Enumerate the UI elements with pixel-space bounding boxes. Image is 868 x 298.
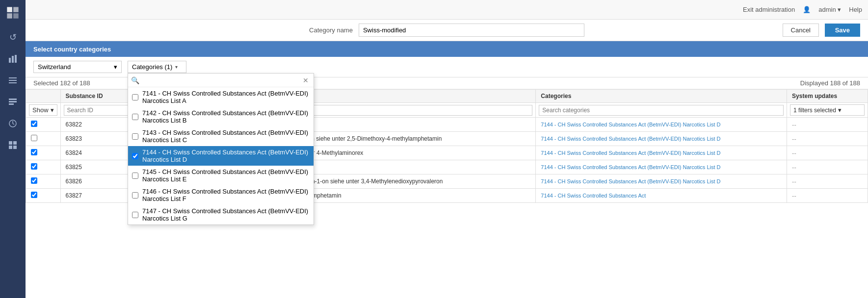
svg-rect-3 — [13, 13, 18, 18]
filters-selected-text: 1 filters selected — [793, 107, 836, 114]
dropdown-item-7146[interactable]: 7146 - CH Swiss Controlled Substances Ac… — [128, 185, 314, 205]
svg-rect-19 — [13, 146, 17, 149]
col-categories: Categories — [536, 90, 787, 103]
row-checkbox[interactable] — [31, 135, 37, 141]
dropdown-item-7145[interactable]: 7145 - CH Swiss Controlled Substances Ac… — [128, 166, 314, 185]
row-category: 7144 - CH Swiss Controlled Substances Ac… — [536, 189, 787, 203]
filter-dropdown-arrow: ▾ — [838, 106, 842, 114]
dropdown-search-input[interactable] — [141, 75, 299, 85]
svg-rect-10 — [9, 99, 17, 100]
search-categories-cell — [536, 103, 787, 118]
user-dropdown-arrow: ▾ — [838, 6, 841, 13]
row-update: -- — [787, 160, 868, 174]
show-label: Show — [32, 106, 49, 114]
category-bar: Category name Cancel Save — [26, 20, 868, 41]
user-dropdown[interactable]: admin ▾ — [818, 6, 841, 13]
sidebar-item-chart[interactable] — [3, 49, 23, 69]
dropdown-item-7142[interactable]: 7142 - CH Swiss Controlled Substances Ac… — [128, 107, 314, 126]
categories-btn-label: Categories (1) — [132, 63, 172, 71]
country-dropdown[interactable]: Switzerland ▾ — [33, 61, 122, 73]
dropdown-checkbox-7147[interactable] — [132, 212, 138, 218]
displayed-count: Displayed 188 of 188 — [800, 79, 860, 87]
svg-rect-6 — [15, 55, 17, 63]
help-link[interactable]: Help — [849, 6, 862, 13]
search-categories-input[interactable] — [539, 105, 784, 116]
categories-dropdown-panel: 🔍 ✕ 7141 - CH Swiss Controlled Substance… — [128, 73, 314, 225]
row-update: -- — [787, 174, 868, 189]
row-update: -- — [787, 146, 868, 160]
row-category: 7144 - CH Swiss Controlled Substances Ac… — [536, 160, 787, 174]
sidebar-logo[interactable] — [4, 4, 22, 22]
svg-rect-7 — [9, 77, 17, 78]
row-category: 7144 - CH Swiss Controlled Substances Ac… — [536, 132, 787, 146]
dropdown-checkbox-7141[interactable] — [132, 94, 138, 100]
svg-line-15 — [13, 124, 14, 124]
sidebar-item-clock[interactable] — [3, 114, 23, 133]
dropdown-item-7141[interactable]: 7141 - CH Swiss Controlled Substances Ac… — [128, 87, 314, 107]
dropdown-item-7147[interactable]: 7147 - CH Swiss Controlled Substances Ac… — [128, 205, 314, 224]
save-button[interactable]: Save — [825, 24, 860, 37]
main-content: Exit administration 👤 admin ▾ Help Categ… — [26, 0, 868, 298]
row-checkbox[interactable] — [31, 192, 37, 198]
top-bar-links: Exit administration 👤 admin ▾ Help — [743, 6, 862, 13]
row-update: -- — [787, 132, 868, 146]
svg-rect-2 — [7, 13, 12, 18]
row-checkbox[interactable] — [31, 163, 37, 170]
categories-dropdown-wrapper: Categories (1) ▾ 🔍 ✕ 7141 - CH Swiss Con… — [128, 61, 186, 73]
row-category: 7144 - CH Swiss Controlled Substances Ac… — [536, 146, 787, 160]
top-bar: Exit administration 👤 admin ▾ Help — [26, 0, 868, 20]
sidebar-item-list[interactable] — [3, 71, 23, 90]
search-show-cell: Show ▾ — [26, 103, 61, 118]
exit-admin-link[interactable]: Exit administration — [743, 6, 795, 13]
row-checkbox-cell — [26, 118, 61, 132]
svg-rect-16 — [9, 141, 12, 145]
dropdown-checkbox-7145[interactable] — [132, 173, 138, 179]
svg-rect-1 — [13, 7, 18, 12]
row-checkbox[interactable] — [31, 121, 37, 127]
dropdown-item-label-7145: 7145 - CH Swiss Controlled Substances Ac… — [142, 168, 310, 183]
category-name-label: Category name — [309, 26, 353, 34]
dropdown-checkbox-7142[interactable] — [132, 114, 138, 120]
select-country-title: Select country categories — [33, 46, 111, 53]
svg-rect-11 — [9, 101, 17, 102]
dropdown-item-label-7143: 7143 - CH Swiss Controlled Substances Ac… — [142, 129, 310, 144]
dropdown-search-row: 🔍 ✕ — [128, 74, 314, 87]
svg-rect-17 — [13, 141, 17, 145]
dropdown-item-7144[interactable]: 7144 - CH Swiss Controlled Substances Ac… — [128, 146, 314, 166]
select-country-controls: Switzerland ▾ Categories (1) ▾ 🔍 ✕ 7141 … — [26, 57, 868, 77]
svg-rect-8 — [9, 80, 17, 81]
dropdown-checkbox-7143[interactable] — [132, 133, 138, 140]
svg-rect-0 — [7, 7, 12, 12]
svg-rect-4 — [9, 58, 11, 63]
row-checkbox[interactable] — [31, 177, 37, 184]
sidebar-item-grid[interactable] — [3, 135, 23, 155]
dropdown-checkbox-7146[interactable] — [132, 192, 138, 199]
row-checkbox-cell — [26, 189, 61, 203]
show-dropdown-arrow: ▾ — [51, 106, 54, 114]
row-checkbox[interactable] — [31, 149, 37, 155]
user-icon: 👤 — [803, 6, 811, 13]
show-button[interactable]: Show ▾ — [29, 104, 57, 116]
svg-rect-5 — [12, 56, 14, 63]
sidebar-item-tasks[interactable] — [3, 92, 23, 112]
country-value: Switzerland — [38, 63, 71, 71]
dropdown-item-label-7146: 7146 - CH Swiss Controlled Substances Ac… — [142, 188, 310, 202]
filter-button[interactable]: 1 filters selected ▾ — [790, 104, 865, 116]
categories-dropdown-button[interactable]: Categories (1) ▾ — [128, 61, 186, 73]
category-name-input[interactable] — [359, 24, 584, 37]
dropdown-item-7143[interactable]: 7143 - CH Swiss Controlled Substances Ac… — [128, 126, 314, 146]
select-country-header: Select country categories — [26, 41, 868, 57]
dropdown-item-label-7147: 7147 - CH Swiss Controlled Substances Ac… — [142, 207, 310, 222]
dropdown-item-label-7142: 7142 - CH Swiss Controlled Substances Ac… — [142, 109, 310, 124]
svg-rect-12 — [9, 103, 14, 105]
row-update: -- — [787, 118, 868, 132]
user-label: admin — [818, 6, 836, 13]
svg-rect-18 — [9, 146, 12, 149]
dropdown-checkbox-7144[interactable] — [132, 153, 138, 159]
sidebar-item-refresh[interactable]: ↺ — [3, 27, 23, 47]
cancel-button[interactable]: Cancel — [783, 24, 819, 37]
dropdown-item-label-7141: 7141 - CH Swiss Controlled Substances Ac… — [142, 90, 310, 104]
row-checkbox-cell — [26, 160, 61, 174]
dropdown-clear-button[interactable]: ✕ — [301, 76, 311, 84]
row-category: 7144 - CH Swiss Controlled Substances Ac… — [536, 174, 787, 189]
